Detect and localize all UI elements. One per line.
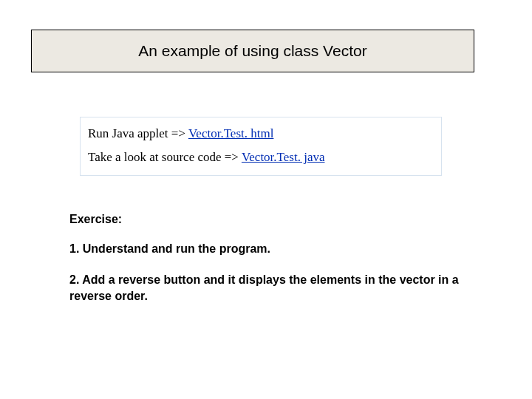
exercise-label: Exercise: bbox=[69, 213, 122, 226]
exercise-item-1: 1. Understand and run the program. bbox=[69, 242, 270, 256]
exercise-item-2: 2. Add a reverse button and it displays … bbox=[69, 272, 468, 304]
links-box: Run Java applet => Vector.Test. html Tak… bbox=[80, 117, 442, 176]
slide-title: An example of using class Vector bbox=[138, 42, 366, 60]
slide: An example of using class Vector Run Jav… bbox=[0, 0, 532, 399]
title-box: An example of using class Vector bbox=[31, 30, 474, 72]
vector-test-html-link[interactable]: Vector.Test. html bbox=[188, 126, 273, 140]
vector-test-java-link[interactable]: Vector.Test. java bbox=[242, 150, 325, 164]
applet-line: Run Java applet => Vector.Test. html bbox=[88, 126, 434, 141]
source-prefix: Take a look at source code => bbox=[88, 150, 242, 164]
source-line: Take a look at source code => Vector.Tes… bbox=[88, 150, 434, 165]
applet-prefix: Run Java applet => bbox=[88, 126, 188, 140]
